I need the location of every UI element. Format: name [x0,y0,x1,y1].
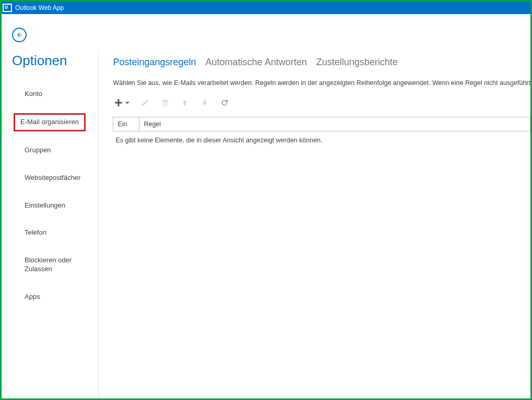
arrow-down-icon [200,99,209,107]
move-down-button[interactable] [200,99,209,107]
chevron-down-icon [125,102,129,104]
sidebar-item-site-mailboxes[interactable]: Websitepostfächer [21,169,84,187]
back-row [2,14,530,51]
tab-delivery-reports[interactable]: Zustellungsberichte [316,57,398,68]
trash-icon [161,99,169,107]
sidebar-item-organize-email[interactable]: E-Mail organisieren [14,113,86,131]
rules-grid-header: Ein Regel [113,117,530,131]
refresh-button[interactable] [220,99,229,107]
pencil-icon [141,99,149,107]
app-title: Outlook Web App [15,4,64,11]
tab-auto-replies[interactable]: Automatische Antworten [206,57,307,68]
tab-bar: Posteingangsregeln Automatische Antworte… [113,57,530,68]
tab-inbox-rules[interactable]: Posteingangsregeln [113,57,196,68]
app-window: Outlook Web App Optionen Konto E-Mail or… [0,0,532,400]
sidebar-title: Optionen [12,53,98,69]
sidebar-item-block-allow[interactable]: Blockieren oder Zulassen [21,252,89,278]
content-area: Optionen Konto E-Mail organisieren Grupp… [2,14,530,398]
sidebar-item-phone[interactable]: Telefon [21,224,50,241]
main-area: Optionen Konto E-Mail organisieren Grupp… [2,51,530,398]
arrow-up-icon [181,99,189,107]
add-rule-button[interactable] [114,98,129,107]
column-header-rule[interactable]: Regel [139,117,530,131]
description-text: Wählen Sie aus, wie E-Mails verarbeitet … [113,79,530,87]
titlebar: Outlook Web App [2,2,530,14]
move-up-button[interactable] [181,99,189,107]
back-arrow-icon [16,31,23,39]
sidebar-item-apps[interactable]: Apps [21,288,43,306]
svg-rect-2 [115,102,123,104]
edit-rule-button[interactable] [141,99,149,107]
rules-toolbar [113,94,530,112]
column-header-on[interactable]: Ein [113,117,139,131]
sidebar-item-groups[interactable]: Gruppen [21,142,54,159]
rules-grid: Ein Regel [113,117,530,131]
grid-empty-message: Es gibt keine Elemente, die in dieser An… [113,131,530,149]
sidebar: Optionen Konto E-Mail organisieren Grupp… [2,51,99,398]
sidebar-item-settings[interactable]: Einstellungen [21,197,68,214]
back-button[interactable] [12,28,27,42]
plus-icon [114,98,123,107]
delete-rule-button[interactable] [161,99,169,107]
sidebar-item-account[interactable]: Konto [21,86,45,103]
outlook-logo-icon [3,4,12,12]
detail-pane: Posteingangsregeln Automatische Antworte… [99,51,530,398]
refresh-icon [220,99,229,107]
